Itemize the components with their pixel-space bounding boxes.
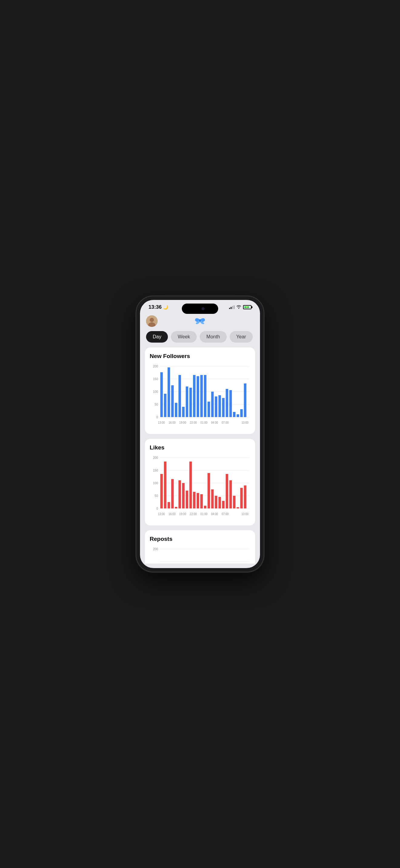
svg-point-1 — [150, 318, 154, 322]
svg-text:19:00: 19:00 — [179, 421, 186, 424]
svg-rect-19 — [178, 375, 181, 417]
svg-text:0: 0 — [156, 507, 158, 510]
svg-rect-58 — [168, 502, 170, 508]
period-tabs: Day Week Month Year — [140, 329, 260, 347]
svg-rect-33 — [229, 390, 232, 417]
reposts-chart-card: Reposts 200 — [145, 530, 255, 563]
svg-rect-59 — [171, 479, 174, 508]
likes-chart-card: Likes 200 150 100 50 0 — [145, 439, 255, 525]
svg-rect-29 — [215, 397, 217, 417]
svg-rect-60 — [175, 507, 177, 508]
svg-rect-16 — [168, 367, 170, 417]
phone-frame: 13:36 🌙 — [136, 296, 264, 572]
followers-chart-card: New Followers 200 150 100 50 — [145, 347, 255, 434]
svg-text:50: 50 — [154, 494, 158, 498]
svg-rect-78 — [240, 488, 243, 508]
svg-text:13:00: 13:00 — [158, 421, 165, 424]
svg-text:19:00: 19:00 — [179, 513, 186, 516]
svg-text:150: 150 — [153, 377, 158, 381]
svg-rect-74 — [226, 474, 228, 508]
svg-text:22:00: 22:00 — [190, 421, 197, 424]
time-display: 13:36 — [148, 304, 162, 310]
svg-rect-66 — [197, 493, 199, 508]
likes-chart-svg: 200 150 100 50 0 — [150, 455, 250, 521]
svg-rect-37 — [244, 383, 246, 417]
svg-rect-20 — [182, 407, 184, 417]
svg-rect-64 — [190, 462, 192, 508]
svg-text:0: 0 — [156, 415, 158, 419]
svg-rect-31 — [222, 398, 225, 417]
camera-dot — [201, 307, 204, 310]
svg-text:07:00: 07:00 — [222, 513, 228, 516]
svg-rect-71 — [215, 496, 217, 508]
reposts-chart-area: 200 — [150, 546, 250, 563]
svg-text:16:00: 16:00 — [169, 421, 175, 424]
status-icons: ⚡ — [229, 305, 252, 310]
reposts-chart-title: Reposts — [150, 536, 250, 542]
svg-text:22:00: 22:00 — [190, 513, 197, 516]
svg-text:13:00: 13:00 — [158, 513, 165, 516]
svg-rect-56 — [160, 474, 163, 508]
svg-text:100: 100 — [153, 481, 158, 485]
svg-rect-22 — [190, 388, 192, 417]
svg-rect-18 — [175, 403, 177, 417]
avatar[interactable] — [146, 315, 158, 327]
svg-rect-61 — [178, 480, 181, 508]
svg-rect-63 — [186, 491, 188, 508]
svg-rect-24 — [197, 376, 199, 417]
svg-rect-65 — [193, 492, 196, 508]
status-time: 13:36 🌙 — [148, 304, 168, 310]
svg-rect-36 — [240, 409, 243, 417]
svg-rect-69 — [207, 473, 210, 508]
svg-rect-67 — [200, 494, 203, 508]
svg-rect-70 — [211, 489, 213, 508]
reposts-chart-svg: 200 — [150, 546, 250, 563]
svg-text:100: 100 — [153, 390, 158, 394]
svg-rect-15 — [164, 394, 166, 417]
dynamic-island — [182, 304, 218, 314]
svg-text:10:00: 10:00 — [241, 421, 249, 424]
tab-week[interactable]: Week — [171, 331, 197, 343]
svg-text:150: 150 — [153, 468, 158, 472]
butterfly-logo — [195, 315, 205, 327]
svg-rect-25 — [200, 375, 203, 417]
tab-day[interactable]: Day — [146, 331, 168, 343]
svg-rect-68 — [204, 506, 206, 508]
svg-rect-14 — [160, 372, 163, 417]
svg-point-3 — [199, 319, 201, 322]
svg-text:200: 200 — [153, 364, 158, 368]
phone-screen: 13:36 🌙 — [140, 300, 260, 568]
followers-chart-svg: 200 150 100 50 0 — [150, 363, 250, 430]
svg-rect-32 — [226, 389, 228, 417]
app-header — [140, 313, 260, 329]
likes-chart-title: Likes — [150, 444, 250, 451]
svg-rect-30 — [219, 395, 221, 417]
signal-icon — [229, 305, 234, 309]
tab-year[interactable]: Year — [230, 331, 253, 343]
svg-rect-21 — [186, 386, 188, 417]
svg-rect-72 — [219, 497, 221, 508]
wifi-icon — [236, 305, 241, 310]
followers-chart-title: New Followers — [150, 353, 250, 360]
svg-rect-27 — [207, 402, 210, 417]
svg-rect-62 — [182, 483, 184, 508]
svg-text:16:00: 16:00 — [169, 513, 175, 516]
svg-rect-76 — [233, 496, 235, 508]
svg-rect-77 — [237, 507, 239, 508]
svg-text:200: 200 — [153, 547, 158, 551]
battery-icon: ⚡ — [243, 305, 252, 309]
svg-rect-26 — [204, 375, 206, 417]
tab-month[interactable]: Month — [200, 331, 226, 343]
svg-text:01:00: 01:00 — [200, 513, 207, 516]
svg-text:04:00: 04:00 — [211, 421, 218, 424]
svg-rect-28 — [211, 392, 213, 417]
scroll-content[interactable]: Day Week Month Year New Followers — [140, 329, 260, 563]
svg-rect-73 — [222, 501, 225, 508]
svg-text:50: 50 — [154, 403, 158, 406]
svg-text:10:00: 10:00 — [241, 513, 249, 516]
svg-rect-34 — [233, 412, 235, 417]
likes-chart-area: 200 150 100 50 0 — [150, 455, 250, 521]
svg-rect-23 — [193, 375, 196, 417]
svg-text:07:00: 07:00 — [222, 421, 228, 424]
svg-text:01:00: 01:00 — [200, 421, 207, 424]
